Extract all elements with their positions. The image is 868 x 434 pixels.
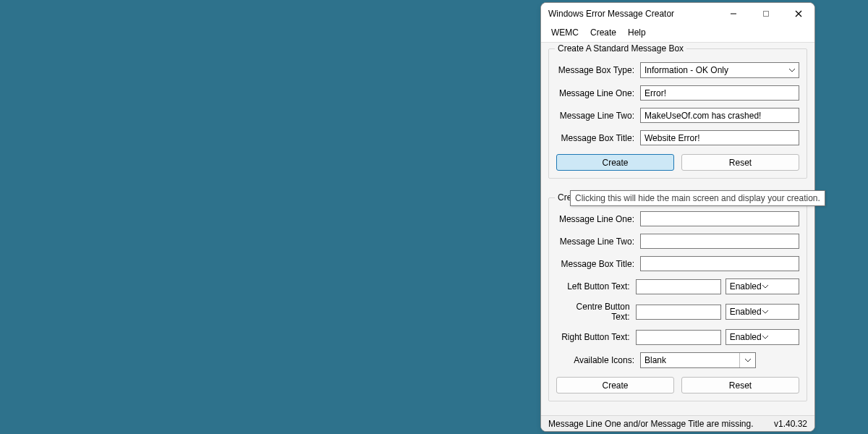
maximize-button[interactable] [749, 3, 782, 25]
custom-message-box-group: Create A Customised Message Box Message … [548, 197, 807, 401]
status-bar: Message Line One and/or Message Title ar… [541, 415, 814, 431]
std-line2-label: Message Line Two: [556, 111, 636, 121]
close-button[interactable] [782, 3, 814, 25]
cus-create-button[interactable]: Create [556, 377, 674, 393]
icons-select[interactable]: Blank [640, 352, 756, 368]
cus-line1-label: Message Line One: [556, 214, 636, 224]
std-reset-button[interactable]: Reset [681, 154, 799, 171]
std-title-label: Message Box Title: [556, 133, 636, 143]
create-button-tooltip: Clicking this will hide the main screen … [570, 190, 825, 206]
cus-line2-label: Message Line Two: [556, 237, 636, 247]
app-window: Windows Error Message Creator WEMC Creat… [540, 2, 815, 432]
cus-line2-input[interactable] [640, 234, 799, 249]
menu-help[interactable]: Help [628, 27, 646, 38]
titlebar: Windows Error Message Creator [541, 3, 814, 25]
chevron-down-icon [762, 284, 769, 289]
left-btn-label: Left Button Text: [556, 281, 631, 292]
icons-label: Available Icons: [556, 355, 636, 365]
right-btn-input[interactable] [636, 330, 721, 345]
left-btn-state-select[interactable]: Enabled [726, 278, 799, 294]
cus-title-label: Message Box Title: [556, 259, 636, 269]
minimize-icon [730, 10, 737, 17]
maximize-icon [762, 10, 770, 17]
chevron-down-icon [762, 310, 769, 314]
std-title-input[interactable] [640, 130, 799, 145]
chevron-down-icon [744, 358, 752, 362]
chevron-down-icon [762, 335, 769, 339]
standard-group-legend: Create A Standard Message Box [555, 43, 686, 54]
chevron-down-icon [788, 68, 796, 72]
cus-line1-input[interactable] [640, 211, 799, 226]
cus-title-input[interactable] [640, 256, 799, 271]
standard-message-box-group: Create A Standard Message Box Message Bo… [548, 48, 807, 179]
left-btn-state-value: Enabled [730, 281, 762, 292]
left-btn-input[interactable] [636, 279, 721, 294]
status-message: Message Line One and/or Message Title ar… [548, 419, 753, 429]
std-line2-input[interactable] [640, 108, 799, 123]
msg-type-select[interactable]: Information - OK Only [640, 62, 799, 78]
std-line1-input[interactable] [640, 85, 799, 101]
svg-rect-1 [763, 12, 768, 17]
menu-wemc[interactable]: WEMC [551, 27, 579, 38]
right-btn-state-select[interactable]: Enabled [726, 329, 799, 345]
centre-btn-input[interactable] [636, 305, 721, 320]
close-icon [795, 10, 802, 17]
menu-create[interactable]: Create [590, 27, 616, 38]
msg-type-label: Message Box Type: [556, 65, 636, 75]
icons-value: Blank [644, 353, 740, 367]
right-btn-label: Right Button Text: [556, 332, 631, 342]
msg-type-value: Information - OK Only [644, 65, 728, 75]
minimize-button[interactable] [717, 3, 749, 25]
menu-bar: WEMC Create Help [541, 25, 814, 43]
centre-btn-label: Centre Button Text: [556, 302, 631, 322]
std-line1-label: Message Line One: [556, 88, 636, 98]
window-controls [717, 3, 814, 25]
right-btn-state-value: Enabled [730, 332, 762, 342]
centre-btn-state-select[interactable]: Enabled [726, 304, 799, 320]
std-create-button[interactable]: Create [556, 154, 674, 171]
version-label: v1.40.32 [774, 419, 807, 429]
centre-btn-state-value: Enabled [730, 307, 762, 317]
cus-reset-button[interactable]: Reset [681, 377, 799, 393]
window-title: Windows Error Message Creator [548, 9, 717, 19]
